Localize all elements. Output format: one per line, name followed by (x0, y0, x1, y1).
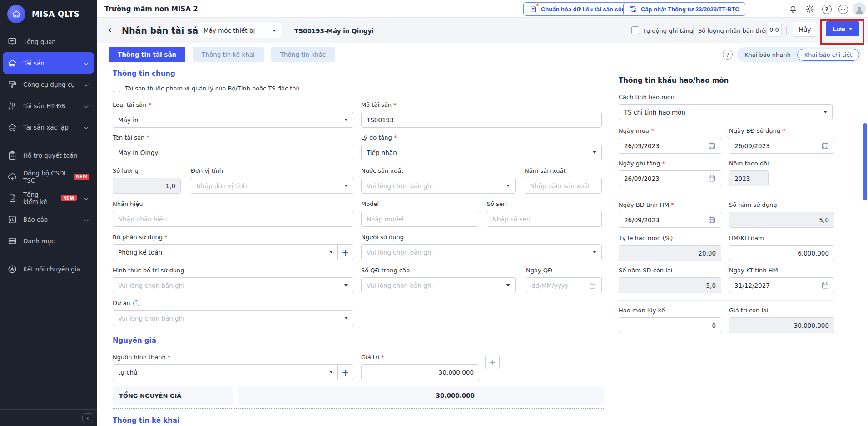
sidebar-item-label: Tổng kiểm kê (23, 191, 55, 205)
value-field[interactable] (361, 364, 479, 380)
detail-declare-option[interactable]: Khai báo chi tiết (797, 49, 860, 61)
useful-life-field (729, 212, 834, 228)
scope-checkbox[interactable] (113, 85, 120, 92)
usage-arrangement-select[interactable]: Vui lòng chọn bản ghi (113, 277, 353, 293)
model-input[interactable] (367, 216, 473, 223)
save-button[interactable]: Lưu (826, 21, 859, 36)
field-label: Dự áni (113, 300, 353, 307)
asset-code-field[interactable] (361, 112, 602, 128)
sidebar-item-tai-san-xac-lap[interactable]: Tài sản xác lập (3, 116, 94, 138)
notifications-bell-icon[interactable] (788, 4, 799, 15)
sidebar-item-tong-kiem-ke[interactable]: Tổng kiểm kê NEW (3, 187, 94, 209)
scrollbar-thumb[interactable] (863, 123, 867, 200)
decision-date-input[interactable] (531, 282, 585, 289)
purchase-date-field[interactable] (619, 138, 721, 154)
useful-life-input (734, 216, 829, 224)
usage-start-date-input[interactable] (734, 142, 818, 150)
asset-name-input[interactable] (118, 149, 348, 156)
depreciation-rate-field (619, 245, 721, 261)
depreciation-method-select[interactable]: TS chỉ tính hao mòn (619, 104, 833, 120)
depreciation-start-date-field[interactable] (619, 212, 721, 228)
record-increase-date-input[interactable] (624, 175, 704, 182)
sidebar-item-label: Tài sản (23, 60, 45, 67)
sidebar-item-ket-noi-chuyen-gia[interactable]: Kết nối chuyên gia (3, 258, 94, 280)
help-icon[interactable]: ? (821, 4, 832, 15)
calendar-icon[interactable] (708, 216, 716, 224)
calendar-icon[interactable] (708, 142, 716, 150)
calendar-icon[interactable] (708, 175, 716, 182)
add-funding-source-button[interactable]: + (337, 365, 353, 380)
purchase-date-input[interactable] (624, 142, 704, 150)
field-label: Số năm sử dụng (729, 201, 834, 209)
asset-icon (7, 58, 17, 68)
depreciation-end-date-field[interactable] (729, 277, 834, 293)
unit-select[interactable]: Nhập đơn vị tính (191, 178, 353, 194)
increase-reason-select[interactable]: Tiếp nhận (361, 145, 602, 160)
usage-start-date-field[interactable] (729, 138, 834, 154)
user-select[interactable]: Vui lòng chọn bản ghi (361, 244, 602, 260)
calendar-icon[interactable] (821, 281, 829, 289)
depreciation-end-date-input[interactable] (734, 282, 818, 289)
calendar-icon[interactable] (589, 281, 596, 289)
asset-code-input[interactable] (367, 116, 596, 124)
brand-field[interactable] (113, 211, 353, 227)
brand-input[interactable] (118, 216, 348, 223)
normalize-data-button[interactable]: ★ Chuẩn hóa dữ liệu tài sản công (523, 2, 635, 16)
funding-source-select[interactable]: tự chủ + (113, 364, 353, 380)
decision-number-select[interactable]: Vui lòng chọn bản ghi (361, 277, 516, 293)
auto-increase-label: Tự động ghi tăng (643, 27, 693, 34)
sidebar-item-tai-san[interactable]: Tài sản (3, 52, 94, 74)
asset-name-field[interactable] (113, 145, 353, 160)
field-label: Số năm SD còn lại (619, 267, 721, 274)
calendar-icon[interactable] (821, 142, 829, 150)
value-input[interactable] (367, 369, 474, 376)
settings-gear-icon[interactable] (804, 4, 815, 15)
sidebar-item-tong-quan[interactable]: Tổng quan (3, 31, 94, 52)
expert-connect-icon (7, 264, 17, 274)
accumulated-depreciation-input[interactable] (624, 322, 716, 329)
depreciation-rate-input (624, 250, 716, 257)
quick-declare-option[interactable]: Khai báo nhanh (738, 51, 797, 58)
user-avatar[interactable] (853, 2, 866, 15)
chevron-down-icon (273, 30, 276, 32)
info-icon[interactable]: i (133, 300, 139, 306)
panel-help-icon[interactable]: ? (723, 50, 733, 60)
country-select[interactable]: Vui lòng chọn bản ghi (361, 178, 516, 194)
auto-increase-checkbox[interactable] (631, 26, 639, 34)
field-label: Hao mòn lũy kế (619, 307, 721, 314)
sidebar-item-cong-cu-dung-cu[interactable]: Công cụ dụng cụ (3, 74, 94, 95)
depreciation-start-date-input[interactable] (624, 216, 704, 224)
sidebar-collapse-button[interactable]: ‹ (82, 413, 93, 423)
model-field[interactable] (361, 211, 478, 227)
chevron-down-icon (344, 185, 348, 187)
back-arrow-icon[interactable]: ← (108, 24, 116, 36)
serial-field[interactable] (487, 211, 602, 227)
sidebar-item-tai-san-ht-db[interactable]: Tài sản HT-ĐB (3, 95, 94, 116)
sidebar-item-dong-bo-csdl-tsc[interactable]: Đồng bộ CSDL TSC NEW (3, 166, 94, 187)
sidebar-item-danh-muc[interactable]: Danh mục (3, 230, 94, 251)
add-value-row-button[interactable]: + (485, 355, 500, 369)
chevron-down-icon (329, 371, 333, 373)
annual-depreciation-field[interactable] (729, 245, 834, 261)
update-circular-button[interactable]: Cập nhật Thông tư 23/2023/TT-BTC (623, 2, 745, 16)
sidebar-item-ho-tro-quyet-toan[interactable]: Hỗ trợ quyết toán (3, 145, 94, 166)
quantity-field (113, 178, 181, 194)
annual-depreciation-input[interactable] (734, 250, 829, 257)
production-year-field[interactable] (525, 178, 602, 194)
asset-type-dropdown[interactable]: Máy móc thiết bị (198, 23, 282, 38)
depreciation-panel-title: Thông tin khấu hao/hao mòn (619, 76, 729, 85)
cancel-button[interactable]: Hủy (793, 22, 817, 37)
record-increase-date-field[interactable] (619, 170, 721, 186)
clone-qty-input[interactable] (766, 23, 782, 37)
project-select[interactable]: Vui lòng chọn bản ghi (113, 310, 353, 326)
accumulated-depreciation-field[interactable] (619, 317, 721, 333)
more-options-icon[interactable]: ⋯ (838, 4, 848, 15)
asset-category-select[interactable]: Máy in (113, 112, 353, 128)
production-year-input[interactable] (530, 182, 596, 190)
decision-date-field[interactable] (526, 277, 602, 293)
serial-input[interactable] (492, 216, 596, 223)
quantity-input (118, 182, 175, 190)
sidebar-item-bao-cao[interactable]: Báo cáo (3, 209, 94, 230)
add-department-button[interactable]: + (337, 245, 353, 260)
department-select[interactable]: Phòng kế toán + (113, 244, 353, 260)
